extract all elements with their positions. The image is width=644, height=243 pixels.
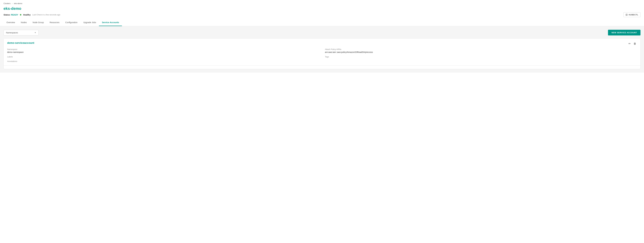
tab-service-accounts[interactable]: Service Accounts (99, 19, 122, 26)
policy-value: arn:aws:iam::aws:policy/AmazonS3ReadOnly… (325, 51, 637, 53)
service-account-name: demo-serviceaccount (7, 42, 34, 45)
namespace-value: demo-namespace (7, 51, 319, 53)
namespace-block: Namespace demo-namespace (7, 48, 319, 53)
breadcrumb-current: eks-demo (14, 2, 22, 5)
healthy-text: Healthy (23, 14, 30, 16)
breadcrumb-parent[interactable]: Clusters (4, 2, 10, 5)
status-left: Status: READY Healthy Last Check in a fe… (4, 14, 60, 16)
health-dot-icon (20, 14, 21, 16)
breadcrumb-separator: › (12, 2, 12, 5)
cluster-title: eks-demo (4, 6, 640, 11)
labels-block: Labels (7, 56, 319, 58)
tab-overview[interactable]: Overview (4, 19, 18, 26)
namespace-label: Namespace (7, 48, 319, 50)
edit-button[interactable]: ✏ (628, 42, 631, 46)
sa-header: demo-serviceaccount ✏ 🗑 (7, 42, 637, 46)
toolbar-row: Namespaces ▼ NEW SERVICE ACCOUNT (4, 30, 640, 36)
status-bar: Status: READY Healthy Last Check in a fe… (4, 12, 640, 19)
policy-label: Attach Policy ARNs (325, 48, 637, 50)
policy-block: Attach Policy ARNs arn:aws:iam::aws:poli… (325, 48, 637, 53)
tab-node-group[interactable]: Node Group (30, 19, 47, 26)
service-account-card: demo-serviceaccount ✏ 🗑 Namespace demo-n… (4, 38, 640, 69)
tab-nodes[interactable]: Nodes (18, 19, 30, 26)
sa-details: Namespace demo-namespace Attach Policy A… (7, 48, 637, 62)
card-divider (4, 65, 640, 66)
tab-upgrade-jobs[interactable]: Upgrade Jobs (80, 19, 99, 26)
status-label: Status: READY (4, 14, 18, 16)
status-value: READY (11, 14, 18, 16)
tags-block: Tags (325, 56, 637, 58)
last-check-text: Last Check in a few seconds ago (32, 14, 60, 16)
tags-label: Tags (325, 56, 637, 58)
namespace-dropdown[interactable]: Namespaces ▼ (4, 30, 39, 36)
annotations-label: Annotations (7, 60, 319, 62)
tab-configuration[interactable]: Configuration (62, 19, 80, 26)
sa-actions: ✏ 🗑 (628, 42, 637, 46)
tab-resources[interactable]: Resources (47, 19, 62, 26)
kubectl-button[interactable]: ⊡ KUBECTL (623, 12, 640, 17)
delete-button[interactable]: 🗑 (633, 42, 637, 46)
terminal-icon: ⊡ (626, 13, 628, 16)
tabs-bar: Overview Nodes Node Group Resources Conf… (4, 19, 640, 26)
chevron-down-icon: ▼ (34, 32, 36, 34)
annotations-block: Annotations (7, 60, 319, 62)
main-content: Namespaces ▼ NEW SERVICE ACCOUNT demo-se… (0, 26, 644, 73)
labels-label: Labels (7, 56, 319, 58)
breadcrumb: Clusters › eks-demo (4, 2, 640, 5)
new-service-account-button[interactable]: NEW SERVICE ACCOUNT (608, 30, 640, 36)
